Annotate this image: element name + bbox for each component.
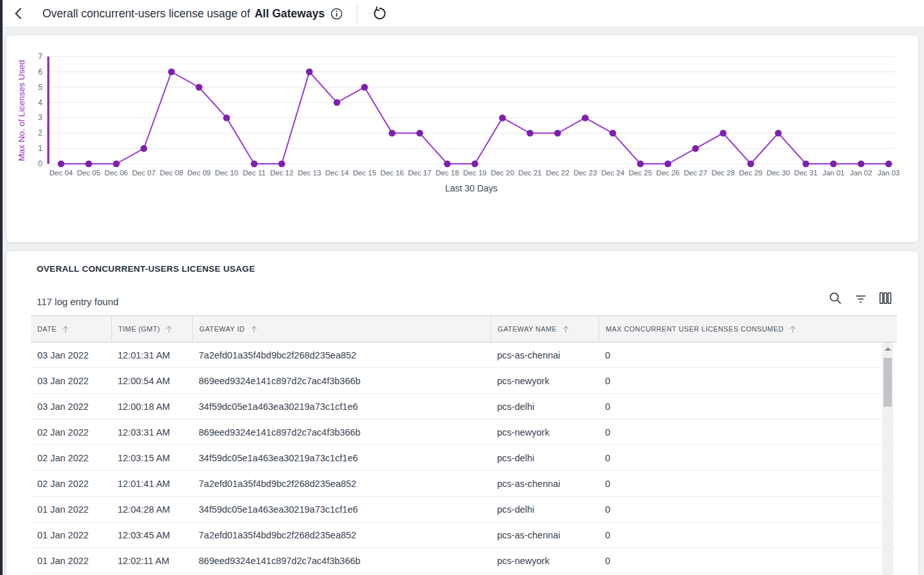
data-point: [885, 161, 892, 168]
data-point: [527, 130, 534, 137]
data-point: [86, 161, 93, 168]
data-point: [610, 130, 617, 137]
svg-text:2: 2: [38, 128, 42, 137]
table-header-row: DATE TIME (GMT) GATEWAY ID GATEWAY NAME …: [31, 315, 897, 342]
svg-text:Dec 28: Dec 28: [711, 169, 734, 177]
data-point: [444, 161, 451, 168]
svg-text:Dec 25: Dec 25: [629, 169, 652, 177]
svg-text:Dec 14: Dec 14: [325, 169, 349, 177]
table-cell: 7a2efd01a35f4bd9bc2f268d235ea852: [192, 471, 491, 496]
svg-text:Dec 06: Dec 06: [105, 169, 128, 177]
info-icon: [331, 8, 343, 20]
table-cell: 12:03:45 AM: [111, 522, 192, 547]
table-row: 01 Jan 202212:04:28 AM34f59dc05e1a463ea3…: [31, 497, 897, 522]
svg-text:Jan 01: Jan 01: [822, 169, 845, 177]
scrollbar-up-button[interactable]: [882, 342, 893, 355]
sort-ascending-icon: [789, 325, 797, 333]
data-point: [140, 145, 147, 152]
data-point: [830, 161, 837, 168]
scrollbar-thumb[interactable]: [883, 358, 892, 407]
sort-ascending-icon: [62, 325, 69, 333]
filter-button[interactable]: [853, 291, 867, 305]
table-cell: 0: [599, 420, 897, 445]
table-row: 03 Jan 202212:00:54 AM869eed9324e141c897…: [31, 368, 897, 394]
svg-text:Dec 15: Dec 15: [353, 169, 376, 177]
table-cell: 12:04:28 AM: [111, 497, 192, 522]
table-cell: 0: [599, 394, 897, 419]
refresh-button[interactable]: [372, 6, 386, 21]
chart-gridlines: [49, 57, 895, 164]
left-edge-strip: [0, 0, 3, 575]
svg-text:Dec 05: Dec 05: [77, 169, 100, 177]
column-header-gateway-id[interactable]: GATEWAY ID: [192, 316, 491, 342]
table-row: 02 Jan 202212:03:15 AM34f59dc05e1a463ea3…: [31, 445, 897, 471]
data-point: [802, 161, 810, 168]
table-cell: 12:03:15 AM: [111, 445, 192, 470]
data-point: [58, 161, 65, 168]
data-point: [168, 69, 175, 76]
column-header-max-licenses[interactable]: MAX CONCURRENT USER LICENSES CONSUMED: [599, 316, 897, 342]
table-cell: 869eed9324e141c897d2c7ac4f3b366b: [192, 420, 491, 445]
data-point: [195, 84, 203, 91]
column-header-date[interactable]: DATE: [31, 316, 111, 342]
svg-text:7: 7: [38, 52, 42, 61]
chart-x-axis-title: Last 30 Days: [445, 183, 498, 193]
table-cell: pcs-as-chennai: [491, 342, 599, 367]
table-cell: 0: [599, 548, 897, 573]
column-header-label: TIME (GMT): [118, 325, 160, 333]
table-row: 03 Jan 202212:01:31 AM7a2efd01a35f4bd9bc…: [31, 342, 897, 368]
data-point: [499, 114, 506, 121]
table-cell: 02 Jan 2022: [31, 445, 111, 470]
sort-ascending-icon: [250, 325, 258, 333]
table-cell: pcs-newyork: [491, 420, 599, 445]
data-point: [747, 161, 754, 168]
table-cell: 03 Jan 2022: [31, 368, 111, 393]
scroll-up-icon: [885, 347, 891, 351]
columns-button[interactable]: [878, 291, 892, 305]
svg-text:Dec 12: Dec 12: [270, 169, 293, 177]
page-title-prefix: Overall concurrent-users license usage o…: [42, 7, 250, 21]
refresh-icon: [372, 6, 386, 21]
svg-text:Dec 16: Dec 16: [381, 169, 404, 177]
svg-text:3: 3: [38, 113, 42, 122]
svg-text:Dec 21: Dec 21: [518, 169, 541, 177]
svg-text:4: 4: [38, 98, 42, 107]
table-cell: pcs-as-chennai: [491, 471, 599, 496]
column-header-time[interactable]: TIME (GMT): [111, 316, 192, 342]
table-cell: 12:01:41 AM: [111, 471, 192, 496]
search-button[interactable]: [828, 291, 842, 305]
back-button[interactable]: [5, 0, 31, 28]
table-cell: 0: [599, 368, 897, 393]
table-cell: 02 Jan 2022: [31, 420, 111, 445]
data-point: [306, 69, 313, 76]
chart-x-tick-labels: Dec 04Dec 05Dec 06Dec 07Dec 08Dec 09Dec …: [50, 169, 900, 177]
data-point: [416, 130, 423, 137]
table-cell: pcs-as-chennai: [491, 522, 599, 547]
table-cell: 869eed9324e141c897d2c7ac4f3b366b: [192, 368, 491, 393]
table-title: OVERALL CONCURRENT-USERS LICENSE USAGE: [37, 264, 255, 274]
svg-text:Dec 04: Dec 04: [50, 169, 73, 177]
log-table: DATE TIME (GMT) GATEWAY ID GATEWAY NAME …: [31, 315, 897, 574]
page-title: Overall concurrent-users license usage o…: [42, 7, 343, 21]
table-row: 01 Jan 202212:02:11 AM869eed9324e141c897…: [31, 548, 897, 574]
y-axis-line: [48, 57, 50, 164]
data-point: [692, 145, 699, 152]
table-cell: 12:03:31 AM: [111, 420, 192, 445]
svg-text:Dec 30: Dec 30: [766, 169, 790, 177]
table-row: 02 Jan 202212:03:31 AM869eed9324e141c897…: [31, 420, 897, 445]
data-point: [582, 114, 589, 121]
svg-text:0: 0: [38, 159, 42, 168]
svg-text:Dec 18: Dec 18: [435, 169, 458, 177]
info-button[interactable]: [331, 8, 343, 20]
data-point: [113, 161, 120, 168]
data-point: [471, 161, 478, 168]
svg-text:Dec 20: Dec 20: [491, 169, 514, 177]
svg-text:Dec 22: Dec 22: [546, 169, 569, 177]
svg-text:Dec 09: Dec 09: [187, 169, 210, 177]
sort-ascending-icon: [165, 325, 173, 333]
column-header-gateway-name[interactable]: GATEWAY NAME: [491, 316, 599, 342]
table-scrollbar[interactable]: [882, 342, 893, 575]
svg-text:Dec 17: Dec 17: [408, 169, 431, 177]
table-row: 02 Jan 202212:01:41 AM7a2efd01a35f4bd9bc…: [31, 471, 897, 497]
table-cell: 7a2efd01a35f4bd9bc2f268d235ea852: [192, 522, 491, 547]
